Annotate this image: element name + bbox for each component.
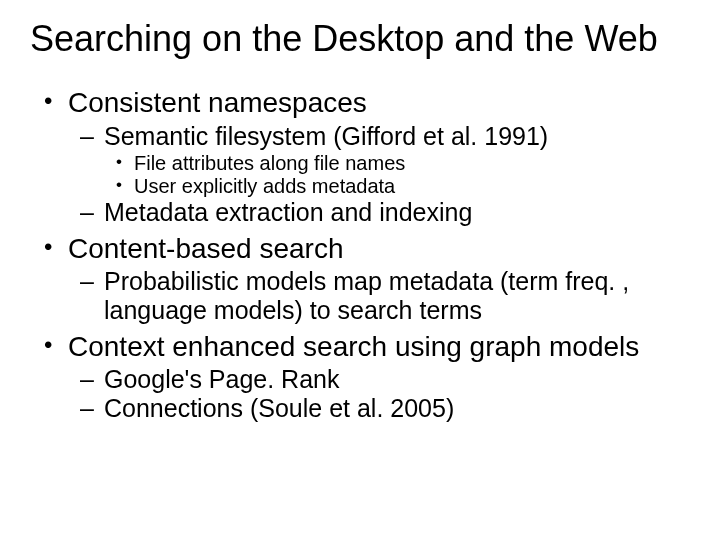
bullet-item: Consistent namespaces Semantic filesyste… xyxy=(30,87,690,227)
bullet-item: Context enhanced search using graph mode… xyxy=(30,331,690,423)
slide-title: Searching on the Desktop and the Web xyxy=(30,18,690,59)
bullet-text: Content-based search xyxy=(68,233,344,264)
sub-text: Probabilistic models map metadata (term … xyxy=(104,267,629,324)
sub-item: Google's Page. Rank xyxy=(68,365,690,394)
subsub-list: File attributes along file names User ex… xyxy=(104,152,690,198)
sub-list: Google's Page. Rank Connections (Soule e… xyxy=(68,365,690,423)
sub-text: Semantic filesystem (Gifford et al. 1991… xyxy=(104,122,548,150)
sub-item: Semantic filesystem (Gifford et al. 1991… xyxy=(68,122,690,199)
sub-item: Probabilistic models map metadata (term … xyxy=(68,267,690,325)
bullet-item: Content-based search Probabilistic model… xyxy=(30,233,690,325)
subsub-text: User explicitly adds metadata xyxy=(134,175,395,197)
sub-text: Connections (Soule et al. 2005) xyxy=(104,394,454,422)
bullet-text: Context enhanced search using graph mode… xyxy=(68,331,639,362)
subsub-text: File attributes along file names xyxy=(134,152,405,174)
sub-text: Google's Page. Rank xyxy=(104,365,339,393)
sub-text: Metadata extraction and indexing xyxy=(104,198,472,226)
bullet-list: Consistent namespaces Semantic filesyste… xyxy=(30,87,690,422)
slide: Searching on the Desktop and the Web Con… xyxy=(0,0,720,540)
sub-list: Semantic filesystem (Gifford et al. 1991… xyxy=(68,122,690,228)
subsub-item: User explicitly adds metadata xyxy=(104,175,690,198)
bullet-text: Consistent namespaces xyxy=(68,87,367,118)
sub-list: Probabilistic models map metadata (term … xyxy=(68,267,690,325)
sub-item: Metadata extraction and indexing xyxy=(68,198,690,227)
subsub-item: File attributes along file names xyxy=(104,152,690,175)
sub-item: Connections (Soule et al. 2005) xyxy=(68,394,690,423)
